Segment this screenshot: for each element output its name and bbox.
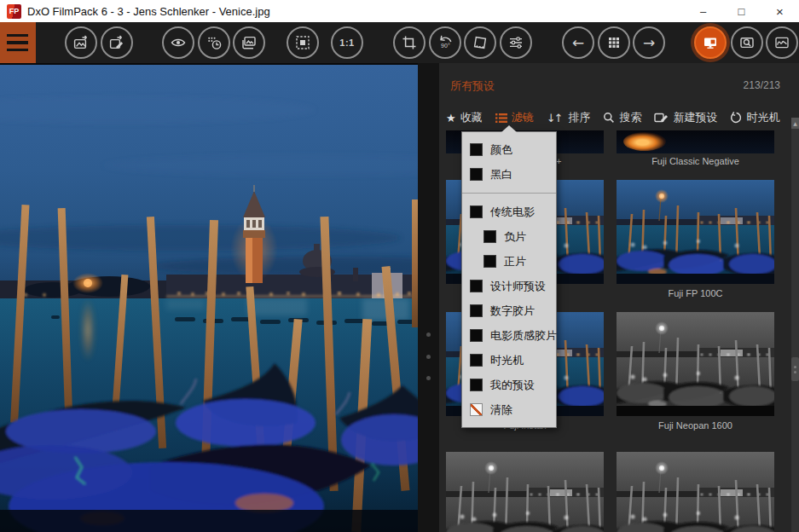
maximize-button[interactable]: □ xyxy=(722,0,761,22)
checkbox-icon xyxy=(470,379,483,391)
arrow-right-icon: → xyxy=(643,36,655,50)
fit-screen-button[interactable] xyxy=(287,26,319,59)
export-image-icon xyxy=(72,34,90,51)
histogram-icon xyxy=(773,34,790,51)
scrollbar-thumb[interactable] xyxy=(791,357,799,381)
preset-thumbnail xyxy=(617,130,774,153)
next-image-button[interactable]: → xyxy=(633,26,665,59)
export-image-button[interactable] xyxy=(65,26,97,59)
time-machine-button[interactable]: 时光机 xyxy=(730,110,779,125)
favorites-label: 收藏 xyxy=(460,110,483,125)
filter-option-cine-film[interactable]: 电影质感胶片 xyxy=(462,323,556,348)
preset-label: Fuji FP 100C xyxy=(617,288,774,298)
search-button[interactable]: 搜索 xyxy=(603,110,641,125)
filters-button[interactable]: 滤镜 xyxy=(495,110,534,125)
preset-thumbnail xyxy=(617,312,774,416)
checkbox-icon xyxy=(470,280,483,292)
eye-icon xyxy=(170,34,187,51)
panel-title: 所有预设 xyxy=(450,78,495,94)
checkbox-icon xyxy=(470,143,483,156)
filter-option-positive[interactable]: 正片 xyxy=(462,249,556,274)
monitor-icon xyxy=(702,34,719,51)
search-label: 搜索 xyxy=(619,110,641,125)
thumbnail-grid-button[interactable] xyxy=(598,26,630,59)
preset-thumbnail xyxy=(617,180,774,284)
scroll-up-button[interactable]: ▲ xyxy=(791,118,799,129)
filter-option-traditional-film[interactable]: 传统电影 xyxy=(462,200,556,224)
zoom-1-1-label: 1:1 xyxy=(339,38,354,48)
preset-thumbnail xyxy=(617,452,774,532)
perspective-icon xyxy=(472,34,489,51)
dropdown-separator xyxy=(462,193,556,194)
preset-count: 213/213 xyxy=(744,79,780,91)
scroll-up-icon: ▲ xyxy=(793,120,797,126)
filter-option-my-presets[interactable]: 我的预设 xyxy=(462,373,556,397)
arrow-left-icon: ← xyxy=(572,36,584,50)
snapshots-button[interactable] xyxy=(198,26,230,59)
preset-scrollbar[interactable]: ▲ xyxy=(791,118,799,532)
checkbox-icon xyxy=(470,205,483,218)
toolbar: 1:1 90° xyxy=(0,22,799,63)
zoom-1-1-button[interactable]: 1:1 xyxy=(331,26,363,59)
checkbox-icon xyxy=(483,230,496,243)
app-window: FP DxO FilmPack 6 - 3 - Jens Schlenker -… xyxy=(0,0,799,532)
checkbox-icon xyxy=(483,255,496,268)
export-to-app-icon xyxy=(108,34,125,51)
snapshots-clock-icon xyxy=(206,34,223,51)
filter-option-clear[interactable]: 清除 xyxy=(462,397,556,422)
photos-stack-icon xyxy=(240,34,258,51)
checkbox-icon xyxy=(470,168,483,181)
filters-label: 滤镜 xyxy=(512,110,534,125)
window-controls: – □ × xyxy=(684,0,799,22)
titlebar: FP DxO FilmPack 6 - 3 - Jens Schlenker -… xyxy=(0,0,799,22)
fit-screen-icon xyxy=(294,34,311,51)
favorites-button[interactable]: ★ 收藏 xyxy=(446,110,483,125)
filter-option-bw[interactable]: 黑白 xyxy=(462,162,556,187)
display-mode-button[interactable] xyxy=(694,26,727,59)
image-viewer[interactable] xyxy=(0,63,418,532)
preset-label: Fuji Classic Negative xyxy=(617,156,774,166)
filter-list-icon xyxy=(495,113,507,124)
time-machine-icon xyxy=(730,112,742,124)
filter-option-digital-film[interactable]: 数字胶片 xyxy=(462,298,556,323)
export-to-app-button[interactable] xyxy=(101,26,133,59)
checkbox-icon xyxy=(470,304,483,317)
perspective-button[interactable] xyxy=(464,26,496,59)
preview-button[interactable] xyxy=(162,26,194,59)
rotate-90-icon: 90° xyxy=(436,33,455,52)
previous-image-button[interactable]: ← xyxy=(562,26,594,59)
loupe-button[interactable] xyxy=(731,26,763,59)
filter-option-negative[interactable]: 负片 xyxy=(462,224,556,249)
sliders-icon xyxy=(507,34,524,51)
loupe-icon xyxy=(738,34,756,51)
crop-button[interactable] xyxy=(393,26,426,59)
menu-button[interactable] xyxy=(0,22,36,63)
adjustments-button[interactable] xyxy=(500,26,532,59)
preset-thumbnail xyxy=(446,452,604,532)
grid-icon xyxy=(606,35,622,50)
filter-option-designer-presets[interactable]: 设计师预设 xyxy=(462,274,556,298)
sort-label: 排序 xyxy=(568,110,590,125)
new-preset-label: 新建预设 xyxy=(673,110,717,125)
sort-button[interactable]: ↓↑ 排序 xyxy=(547,110,591,125)
filter-option-color[interactable]: 颜色 xyxy=(462,137,556,162)
search-icon xyxy=(603,112,615,124)
sort-icon: ↓↑ xyxy=(547,112,562,124)
time-machine-label: 时光机 xyxy=(746,110,779,125)
new-preset-button[interactable]: 新建预设 xyxy=(654,110,717,125)
new-preset-icon xyxy=(654,112,669,124)
svg-text:90°: 90° xyxy=(441,43,450,49)
checkbox-icon xyxy=(470,354,483,367)
close-button[interactable]: × xyxy=(761,0,799,22)
dropdown-pointer xyxy=(501,125,517,132)
filters-dropdown: 颜色 黑白 传统电影 负片 正片 设计师预设 数字胶片 电影质感胶片 xyxy=(461,131,557,428)
compare-images-button[interactable] xyxy=(233,26,265,59)
minimize-button[interactable]: – xyxy=(684,0,722,22)
filter-option-time-machine[interactable]: 时光机 xyxy=(462,348,556,373)
clear-icon xyxy=(470,403,483,416)
rotate-90-button[interactable]: 90° xyxy=(429,26,461,59)
histogram-button[interactable] xyxy=(766,26,798,59)
star-icon: ★ xyxy=(446,112,456,124)
panel-collapse-handle[interactable] xyxy=(424,332,432,380)
preset-filterbar: ★ 收藏 滤镜 ↓↑ 排序 搜索 xyxy=(446,107,779,128)
